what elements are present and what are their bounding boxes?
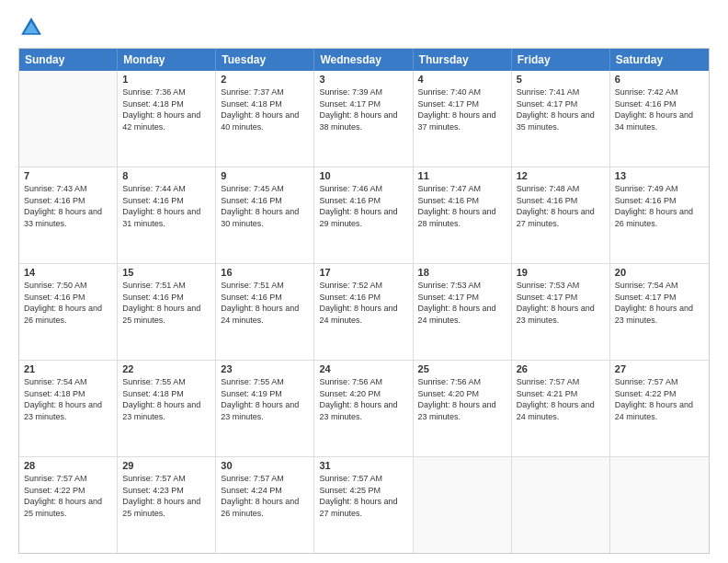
sunset-text: Sunset: 4:16 PM — [517, 195, 605, 207]
sunrise-text: Sunrise: 7:55 AM — [221, 376, 309, 388]
calendar-cell: 12Sunrise: 7:48 AMSunset: 4:16 PMDayligh… — [512, 167, 610, 263]
sunset-text: Sunset: 4:19 PM — [221, 388, 309, 400]
daylight-text: Daylight: 8 hours and 23 minutes. — [122, 399, 210, 422]
sunrise-text: Sunrise: 7:51 AM — [221, 280, 309, 292]
daylight-text: Daylight: 8 hours and 24 minutes. — [319, 303, 407, 326]
sunrise-text: Sunrise: 7:41 AM — [517, 86, 605, 98]
calendar-cell: 30Sunrise: 7:57 AMSunset: 4:24 PMDayligh… — [216, 457, 314, 553]
calendar-cell: 20Sunrise: 7:54 AMSunset: 4:17 PMDayligh… — [610, 264, 709, 360]
header — [18, 15, 710, 40]
calendar-cell: 29Sunrise: 7:57 AMSunset: 4:23 PMDayligh… — [118, 457, 216, 553]
sunset-text: Sunset: 4:17 PM — [418, 98, 506, 110]
calendar-cell: 21Sunrise: 7:54 AMSunset: 4:18 PMDayligh… — [19, 361, 118, 456]
calendar-cell: 16Sunrise: 7:51 AMSunset: 4:16 PMDayligh… — [216, 264, 314, 360]
sunset-text: Sunset: 4:20 PM — [418, 388, 506, 400]
day-number: 5 — [517, 74, 605, 85]
sunrise-text: Sunrise: 7:57 AM — [221, 473, 309, 485]
daylight-text: Daylight: 8 hours and 23 minutes. — [418, 399, 506, 422]
sunset-text: Sunset: 4:18 PM — [122, 98, 210, 110]
sunrise-text: Sunrise: 7:37 AM — [221, 86, 309, 98]
day-number: 8 — [122, 170, 210, 181]
day-number: 4 — [418, 74, 506, 85]
page: SundayMondayTuesdayWednesdayThursdayFrid… — [0, 0, 728, 563]
sunset-text: Sunset: 4:16 PM — [122, 195, 210, 207]
day-number: 11 — [418, 170, 506, 181]
daylight-text: Daylight: 8 hours and 25 minutes. — [122, 496, 210, 519]
day-number: 1 — [122, 74, 210, 85]
calendar-cell — [610, 457, 709, 553]
day-number: 25 — [418, 363, 506, 374]
calendar-header: SundayMondayTuesdayWednesdayThursdayFrid… — [19, 49, 709, 71]
daylight-text: Daylight: 8 hours and 23 minutes. — [24, 399, 112, 422]
daylight-text: Daylight: 8 hours and 42 minutes. — [122, 109, 210, 132]
daylight-text: Daylight: 8 hours and 37 minutes. — [418, 109, 506, 132]
day-number: 27 — [615, 363, 704, 374]
sunset-text: Sunset: 4:16 PM — [24, 195, 112, 207]
weekday-header: Thursday — [414, 49, 512, 71]
day-number: 20 — [615, 267, 704, 278]
calendar-cell: 28Sunrise: 7:57 AMSunset: 4:22 PMDayligh… — [19, 457, 118, 553]
sunrise-text: Sunrise: 7:48 AM — [517, 183, 605, 195]
sunset-text: Sunset: 4:16 PM — [24, 292, 112, 304]
calendar-cell: 5Sunrise: 7:41 AMSunset: 4:17 PMDaylight… — [512, 71, 610, 167]
sunrise-text: Sunrise: 7:50 AM — [24, 280, 112, 292]
calendar-body: 1Sunrise: 7:36 AMSunset: 4:18 PMDaylight… — [19, 71, 709, 553]
day-number: 24 — [319, 363, 407, 374]
calendar-cell: 27Sunrise: 7:57 AMSunset: 4:22 PMDayligh… — [610, 361, 709, 456]
daylight-text: Daylight: 8 hours and 24 minutes. — [615, 399, 704, 422]
weekday-header: Friday — [512, 49, 610, 71]
sunrise-text: Sunrise: 7:40 AM — [418, 86, 506, 98]
daylight-text: Daylight: 8 hours and 38 minutes. — [319, 109, 407, 132]
daylight-text: Daylight: 8 hours and 27 minutes. — [517, 206, 605, 229]
day-number: 3 — [319, 74, 407, 85]
daylight-text: Daylight: 8 hours and 23 minutes. — [615, 303, 704, 326]
day-number: 6 — [615, 74, 704, 85]
sunrise-text: Sunrise: 7:49 AM — [615, 183, 704, 195]
calendar-cell: 10Sunrise: 7:46 AMSunset: 4:16 PMDayligh… — [314, 167, 413, 263]
sunrise-text: Sunrise: 7:57 AM — [24, 473, 112, 485]
day-number: 2 — [221, 74, 309, 85]
day-number: 14 — [24, 267, 112, 278]
sunrise-text: Sunrise: 7:36 AM — [122, 86, 210, 98]
daylight-text: Daylight: 8 hours and 28 minutes. — [418, 206, 506, 229]
sunset-text: Sunset: 4:16 PM — [418, 195, 506, 207]
daylight-text: Daylight: 8 hours and 29 minutes. — [319, 206, 407, 229]
calendar-cell — [414, 457, 512, 553]
day-number: 23 — [221, 363, 309, 374]
calendar-cell: 22Sunrise: 7:55 AMSunset: 4:18 PMDayligh… — [118, 361, 216, 456]
daylight-text: Daylight: 8 hours and 26 minutes. — [24, 303, 112, 326]
sunset-text: Sunset: 4:21 PM — [517, 388, 605, 400]
sunset-text: Sunset: 4:17 PM — [615, 292, 704, 304]
sunset-text: Sunset: 4:22 PM — [615, 388, 704, 400]
sunset-text: Sunset: 4:17 PM — [517, 98, 605, 110]
daylight-text: Daylight: 8 hours and 34 minutes. — [615, 109, 704, 132]
sunrise-text: Sunrise: 7:45 AM — [221, 183, 309, 195]
calendar-row: 21Sunrise: 7:54 AMSunset: 4:18 PMDayligh… — [19, 361, 709, 457]
sunset-text: Sunset: 4:22 PM — [24, 485, 112, 497]
daylight-text: Daylight: 8 hours and 24 minutes. — [517, 399, 605, 422]
sunrise-text: Sunrise: 7:53 AM — [418, 280, 506, 292]
daylight-text: Daylight: 8 hours and 23 minutes. — [221, 399, 309, 422]
logo-icon — [18, 15, 44, 40]
sunrise-text: Sunrise: 7:57 AM — [517, 376, 605, 388]
daylight-text: Daylight: 8 hours and 35 minutes. — [517, 109, 605, 132]
sunset-text: Sunset: 4:16 PM — [615, 195, 704, 207]
sunset-text: Sunset: 4:16 PM — [221, 292, 309, 304]
calendar-cell: 3Sunrise: 7:39 AMSunset: 4:17 PMDaylight… — [314, 71, 413, 167]
day-number: 10 — [319, 170, 407, 181]
sunset-text: Sunset: 4:16 PM — [319, 292, 407, 304]
weekday-header: Wednesday — [314, 49, 413, 71]
calendar-cell: 17Sunrise: 7:52 AMSunset: 4:16 PMDayligh… — [314, 264, 413, 360]
calendar-cell: 13Sunrise: 7:49 AMSunset: 4:16 PMDayligh… — [610, 167, 709, 263]
daylight-text: Daylight: 8 hours and 31 minutes. — [122, 206, 210, 229]
sunrise-text: Sunrise: 7:57 AM — [615, 376, 704, 388]
daylight-text: Daylight: 8 hours and 25 minutes. — [122, 303, 210, 326]
sunset-text: Sunset: 4:17 PM — [517, 292, 605, 304]
sunset-text: Sunset: 4:20 PM — [319, 388, 407, 400]
day-number: 26 — [517, 363, 605, 374]
weekday-header: Monday — [118, 49, 216, 71]
sunset-text: Sunset: 4:25 PM — [319, 485, 407, 497]
calendar-cell — [19, 71, 118, 167]
day-number: 9 — [221, 170, 309, 181]
day-number: 16 — [221, 267, 309, 278]
